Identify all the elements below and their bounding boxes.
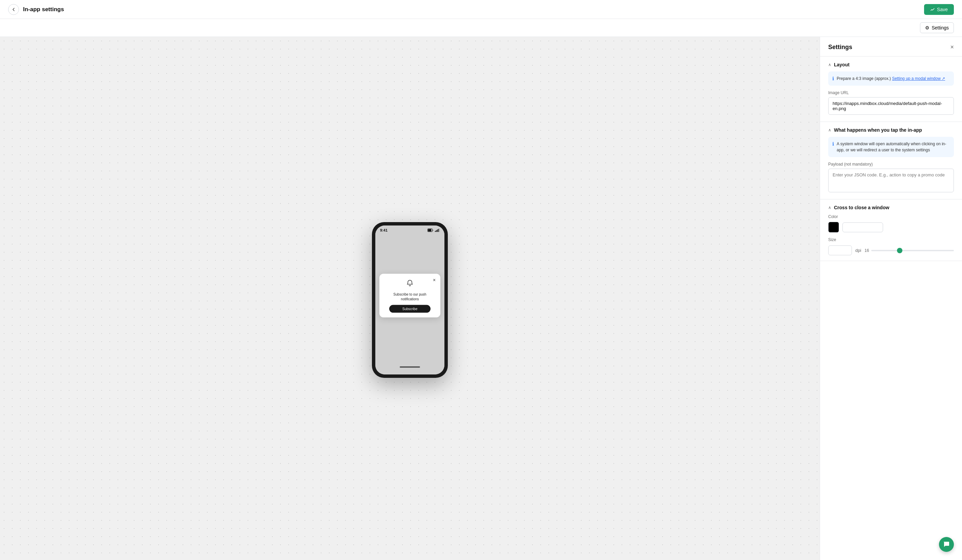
layout-chevron-icon: ∧	[828, 62, 831, 67]
svg-rect-3	[436, 230, 437, 232]
modal-window-link[interactable]: Setting up a modal window ↗	[892, 76, 945, 81]
svg-rect-1	[428, 229, 431, 231]
color-swatch[interactable]	[828, 222, 839, 233]
layout-section-label: Layout	[834, 62, 849, 68]
cross-section: ∧ Cross to close a window Color #000000 …	[820, 200, 962, 261]
modal-bell-icon	[384, 279, 436, 289]
slider-container: 16	[864, 248, 954, 253]
color-input[interactable]: #000000	[843, 222, 883, 232]
signal-icon	[435, 229, 440, 232]
image-url-label: Image URL	[828, 90, 954, 95]
phone-status-bar: 9:41	[375, 225, 444, 233]
preview-canvas: 9:41	[0, 37, 820, 560]
page-title: In-app settings	[23, 6, 64, 13]
color-label: Color	[828, 214, 954, 219]
phone-screen: 9:41	[375, 225, 444, 375]
gear-icon: ⚙	[925, 25, 930, 31]
phone-status-icons	[428, 229, 440, 232]
svg-rect-5	[438, 229, 439, 232]
tap-section-header[interactable]: ∧ What happens when you tap the in-app	[828, 127, 954, 133]
cross-section-header[interactable]: ∧ Cross to close a window	[828, 205, 954, 210]
save-button[interactable]: Save	[924, 4, 954, 15]
tap-info-text: A system window will open automatically …	[837, 141, 950, 153]
phone-time: 9:41	[380, 228, 387, 232]
phone-mockup: 9:41	[372, 222, 448, 378]
chat-button[interactable]	[939, 537, 954, 552]
tap-info-icon: ℹ	[832, 141, 834, 153]
slider-min-label: 16	[864, 248, 869, 253]
battery-icon	[428, 229, 434, 232]
image-url-input[interactable]: https://inapps.mindbox.cloud/media/defau…	[828, 97, 954, 115]
size-slider[interactable]	[871, 250, 954, 251]
cross-chevron-icon: ∧	[828, 205, 831, 210]
payload-input[interactable]	[828, 169, 954, 192]
settings-panel-header: Settings ×	[820, 37, 962, 56]
tap-chevron-icon: ∧	[828, 128, 831, 132]
cross-section-label: Cross to close a window	[834, 205, 889, 210]
back-button[interactable]	[8, 4, 19, 15]
settings-panel-title: Settings	[828, 43, 852, 51]
svg-rect-6	[439, 229, 440, 232]
color-row: #000000	[828, 222, 954, 233]
phone-modal: × Subscribe to our push notifications Su…	[379, 274, 441, 317]
settings-panel: Settings × ∧ Layout ℹ Prepare a 4:3 imag…	[820, 37, 962, 560]
header: In-app settings Save	[0, 0, 962, 19]
dpi-label: dpi	[855, 248, 861, 253]
settings-close-button[interactable]: ×	[950, 43, 954, 51]
layout-info-text: Prepare a 4:3 image (approx.) Setting up…	[837, 76, 945, 82]
external-link-icon: ↗	[942, 76, 945, 81]
modal-close-icon: ×	[431, 276, 437, 283]
size-row: 18 dpi 16	[828, 245, 954, 255]
modal-subscribe-button[interactable]: Subscribe	[389, 305, 431, 312]
svg-rect-2	[435, 231, 436, 232]
info-icon: ℹ	[832, 76, 834, 82]
main-layout: 9:41	[0, 37, 962, 560]
phone-home-indicator	[400, 366, 420, 368]
payload-label: Payload (not mandatory)	[828, 162, 954, 167]
size-label: Size	[828, 237, 954, 242]
layout-info-box: ℹ Prepare a 4:3 image (approx.) Setting …	[828, 71, 954, 86]
size-input[interactable]: 18	[828, 245, 852, 255]
layout-section: ∧ Layout ℹ Prepare a 4:3 image (approx.)…	[820, 56, 962, 122]
layout-section-header[interactable]: ∧ Layout	[828, 62, 954, 68]
settings-button[interactable]: ⚙ Settings	[920, 23, 954, 33]
modal-text: Subscribe to our push notifications	[384, 292, 436, 301]
header-left: In-app settings	[8, 4, 64, 15]
tap-section-label: What happens when you tap the in-app	[834, 127, 922, 133]
toolbar: ⚙ Settings	[0, 19, 962, 37]
tap-section: ∧ What happens when you tap the in-app ℹ…	[820, 122, 962, 200]
tap-info-box: ℹ A system window will open automaticall…	[828, 137, 954, 157]
svg-rect-4	[437, 230, 437, 232]
